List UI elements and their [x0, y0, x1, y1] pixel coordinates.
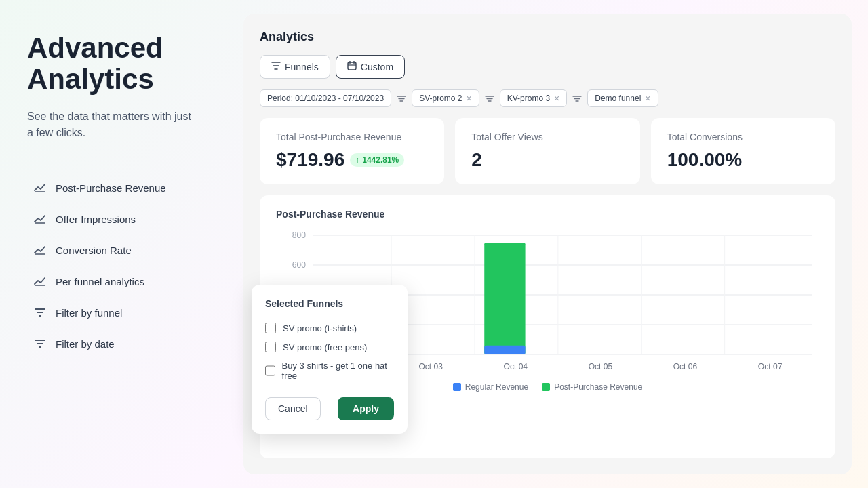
- nav-label: Conversion Rate: [56, 245, 132, 256]
- checkbox-buy-3-shirts[interactable]: [265, 365, 275, 376]
- sidebar-item-conversion-rate[interactable]: Conversion Rate: [27, 236, 200, 264]
- nav-label: Filter by date: [56, 338, 115, 350]
- nav-label: Filter by funnel: [56, 307, 122, 319]
- filter-icon: [33, 305, 47, 320]
- page-title: Advanced Analytics: [27, 33, 200, 95]
- funnel-checkbox-list: SV promo (t-shirts) SV promo (free pens)…: [265, 319, 394, 385]
- chart-icon: [33, 180, 47, 195]
- sidebar-item-filter-by-date[interactable]: Filter by date: [27, 329, 200, 358]
- main-content: Analytics Funnels: [227, 0, 868, 488]
- cancel-button[interactable]: Cancel: [265, 397, 321, 420]
- popup-title: Selected Funnels: [265, 298, 394, 309]
- nav-label: Post-Purchase Revenue: [56, 182, 166, 194]
- chart-icon-4: [33, 274, 47, 289]
- funnel-option-buy-3-shirts[interactable]: Buy 3 shirts - get 1 one hat free: [265, 357, 394, 385]
- filter-date-icon: [33, 336, 47, 351]
- popup-actions: Cancel Apply: [265, 397, 394, 420]
- funnel-option-sv-tshirts[interactable]: SV promo (t-shirts): [265, 319, 394, 338]
- sidebar-item-post-purchase-revenue[interactable]: Post-Purchase Revenue: [27, 174, 200, 202]
- nav-label: Offer Impressions: [56, 214, 136, 225]
- nav-menu: Post-Purchase Revenue Offer Impressions …: [27, 174, 200, 358]
- nav-label: Per funnel analytics: [56, 276, 144, 287]
- funnel-select-popup: Selected Funnels SV promo (t-shirts) SV …: [252, 285, 408, 434]
- popup-overlay: Selected Funnels SV promo (t-shirts) SV …: [243, 14, 852, 474]
- checkbox-sv-tshirts[interactable]: [265, 323, 276, 333]
- sidebar-item-per-funnel-analytics[interactable]: Per funnel analytics: [27, 267, 200, 296]
- apply-button[interactable]: Apply: [338, 397, 394, 420]
- chart-icon-2: [33, 211, 47, 226]
- funnel-option-sv-free-pens[interactable]: SV promo (free pens): [265, 338, 394, 357]
- sidebar-item-filter-by-funnel[interactable]: Filter by funnel: [27, 298, 200, 327]
- sidebar-item-offer-impressions[interactable]: Offer Impressions: [27, 205, 200, 233]
- checkbox-sv-free-pens[interactable]: [265, 342, 276, 352]
- analytics-panel: Analytics Funnels: [243, 14, 852, 474]
- sidebar: Advanced Analytics See the data that mat…: [0, 0, 227, 488]
- page-subtitle: See the data that matters with just a fe…: [27, 108, 200, 141]
- chart-icon-3: [33, 243, 47, 258]
